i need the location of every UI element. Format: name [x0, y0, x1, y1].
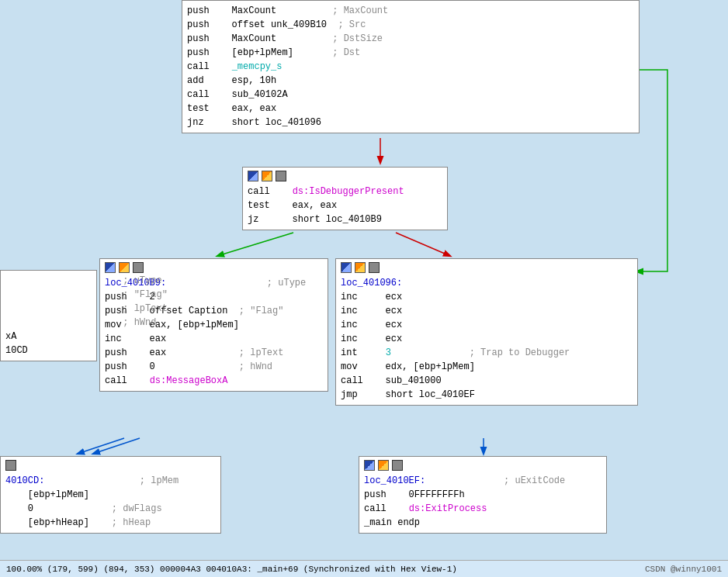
main-canvas: push MaxCount ; MaxCount push offset unk…: [0, 0, 728, 577]
block-icon-mr-2: [355, 262, 366, 273]
block-bottom-right: loc_4010EF: ; uExitCode push 0FFFFFFFFh …: [359, 456, 607, 534]
block-icon-ml-1: [105, 262, 116, 273]
block-icon-2: [262, 171, 272, 181]
svg-line-3: [93, 438, 140, 454]
block-icon-bl-1: [5, 460, 16, 471]
block-icon-3: [276, 171, 286, 181]
block-far-left: ; uType ; "Flag" ; lpText ; hWnd xA 10CD: [0, 270, 97, 361]
svg-line-4: [78, 438, 124, 454]
svg-line-2: [396, 233, 450, 256]
block-icon-br-1: [364, 460, 375, 471]
svg-line-1: [217, 233, 293, 256]
status-right: CSDN @winny1001: [645, 565, 722, 574]
block-icon-br-2: [378, 460, 389, 471]
block-middle-right: loc_401096: inc ecx inc ecx inc ecx inc …: [335, 258, 638, 406]
status-bar: 100.00% (179, 599) (894, 353) 000004A3 0…: [0, 560, 728, 577]
block-middle-center: call ds:IsDebuggerPresent test eax, eax …: [242, 167, 448, 230]
block-top: push MaxCount ; MaxCount push offset unk…: [182, 0, 640, 133]
block-icon-br-3: [392, 460, 403, 471]
block-icon-mr-1: [341, 262, 352, 273]
block-icon-ml-2: [119, 262, 130, 273]
block-bottom-left: 4010CD: ; lpMem [ebp+lpMem] 0 ; dwFlags …: [0, 456, 221, 534]
block-icon-mr-3: [369, 262, 380, 273]
block-icon-ml-3: [133, 262, 144, 273]
status-left: 100.00% (179, 599) (894, 353) 000004A3 0…: [6, 565, 457, 574]
block-icon-1: [248, 171, 258, 181]
